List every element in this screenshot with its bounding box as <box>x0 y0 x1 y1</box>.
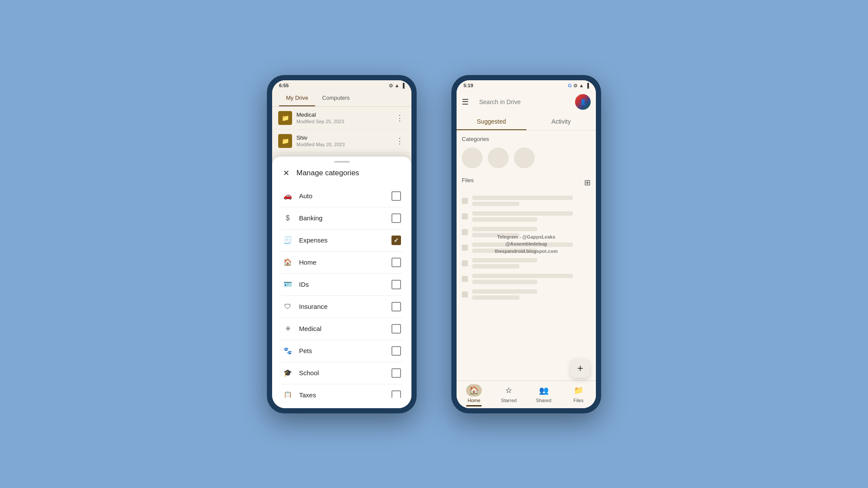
search-content: Categories Files ⊞ <box>457 131 596 380</box>
grid-view-icon[interactable]: ⊞ <box>584 178 591 187</box>
phone-1-screen: 6:55 ⊙ ▲ ▐ My Drive Computers 📁 Medical … <box>272 80 411 408</box>
category-pets[interactable]: 🐾 Pets <box>281 340 403 362</box>
cat-circle-group-3 <box>514 147 535 170</box>
category-home[interactable]: 🏠 Home <box>281 252 403 274</box>
file-name-medical: Medical <box>296 111 394 118</box>
category-banking[interactable]: $ Banking <box>281 207 403 229</box>
categories-section-label: Categories <box>462 136 591 142</box>
expenses-checkbox[interactable] <box>391 236 401 245</box>
folder-icon-medical: 📁 <box>278 111 292 125</box>
auto-label: Auto <box>299 192 391 200</box>
skel-line-3a <box>472 227 537 231</box>
battery-icon-2: ▐ <box>585 83 589 88</box>
category-auto[interactable]: 🚗 Auto <box>281 185 403 207</box>
auto-icon: 🚗 <box>283 191 293 201</box>
file-meta-medical: Modified Sep 25, 2023 <box>296 119 394 124</box>
insurance-checkbox[interactable] <box>391 302 401 311</box>
phone-2-screen: 5:19 G ⊙ ▲ ▐ ☰ Search in Drive 👤 Suggest… <box>457 80 596 408</box>
nav-starred[interactable]: ☆ Starred <box>491 384 526 406</box>
cat-circle-2 <box>488 147 509 168</box>
skeleton-row-1 <box>462 193 591 209</box>
category-ids[interactable]: 🪪 IDs <box>281 274 403 296</box>
user-avatar[interactable]: 👤 <box>575 94 591 110</box>
ids-checkbox[interactable] <box>391 280 401 289</box>
pets-icon: 🐾 <box>283 346 293 356</box>
category-insurance[interactable]: 🛡 Insurance <box>281 296 403 318</box>
banking-checkbox[interactable] <box>391 213 401 223</box>
skel-check-6 <box>462 276 468 282</box>
skel-line-3b <box>472 233 519 237</box>
tab-activity[interactable]: Activity <box>526 114 596 130</box>
hamburger-menu-icon[interactable]: ☰ <box>462 97 469 107</box>
phone-1: 6:55 ⊙ ▲ ▐ My Drive Computers 📁 Medical … <box>267 75 417 413</box>
medical-icon: ✳ <box>283 324 293 334</box>
cat-circle-3 <box>514 147 535 168</box>
pets-label: Pets <box>299 347 391 354</box>
medical-checkbox[interactable] <box>391 324 401 334</box>
file-item-shiv[interactable]: 📁 Shiv Modified May 20, 2023 ⋮ <box>272 130 411 153</box>
tab-computers[interactable]: Computers <box>315 90 357 106</box>
pets-checkbox[interactable] <box>391 346 401 356</box>
category-circles <box>462 147 591 170</box>
skel-lines-2 <box>472 211 591 222</box>
category-taxes[interactable]: 📋 Taxes <box>281 384 403 398</box>
home-checkbox[interactable] <box>391 258 401 267</box>
wifi-icon-2: ▲ <box>579 83 584 88</box>
home-nav-indicator <box>466 405 482 406</box>
skel-check-2 <box>462 213 468 219</box>
tab-my-drive[interactable]: My Drive <box>279 90 315 106</box>
skeleton-row-2 <box>462 209 591 224</box>
skeleton-row-5 <box>462 255 591 271</box>
skel-line-6a <box>472 274 573 278</box>
skel-line-1b <box>472 202 519 206</box>
sheet-title: Manage categories <box>296 169 359 177</box>
skel-lines-4 <box>472 242 591 253</box>
skel-lines-6 <box>472 274 591 284</box>
file-item-medical[interactable]: 📁 Medical Modified Sep 25, 2023 ⋮ <box>272 107 411 130</box>
shared-nav-label: Shared <box>536 398 551 403</box>
skel-line-5b <box>472 264 519 269</box>
auto-checkbox[interactable] <box>391 191 401 201</box>
status-time-2: 5:19 <box>464 83 473 88</box>
tab-suggested[interactable]: Suggested <box>457 114 526 130</box>
home-nav-icon: 🏠 <box>466 384 482 396</box>
insurance-label: Insurance <box>299 303 391 310</box>
fab-button[interactable]: + <box>571 359 590 378</box>
taxes-label: Taxes <box>299 391 391 398</box>
search-bar[interactable]: Search in Drive <box>473 94 571 110</box>
file-more-shiv[interactable]: ⋮ <box>394 134 405 147</box>
bottom-nav: 🏠 Home ☆ Starred 👥 Shared 📁 Files <box>457 380 596 408</box>
files-section-label: Files <box>462 177 473 183</box>
home-label: Home <box>299 259 391 266</box>
skel-check-5 <box>462 260 468 266</box>
banking-label: Banking <box>299 214 391 222</box>
nav-home[interactable]: 🏠 Home <box>457 384 491 406</box>
skel-check-1 <box>462 198 468 204</box>
skeleton-row-6 <box>462 271 591 287</box>
home-nav-label: Home <box>467 398 480 403</box>
school-checkbox[interactable] <box>391 368 401 378</box>
file-more-medical[interactable]: ⋮ <box>394 111 405 124</box>
skel-check-7 <box>462 291 468 298</box>
skeleton-row-7 <box>462 287 591 302</box>
skel-lines-3 <box>472 227 591 237</box>
sheet-handle <box>334 161 350 163</box>
nav-files[interactable]: 📁 Files <box>561 384 596 406</box>
skel-lines-5 <box>472 258 591 269</box>
wifi-icon: ▲ <box>395 83 399 88</box>
category-expenses[interactable]: 🧾 Expenses <box>281 229 403 252</box>
banking-icon: $ <box>283 213 293 223</box>
signal-icon: ⊙ <box>389 83 393 88</box>
status-icons-2: G ⊙ ▲ ▐ <box>568 83 589 88</box>
battery-icon: ▐ <box>401 83 404 88</box>
sheet-header: ✕ Manage categories <box>281 168 403 178</box>
nav-shared[interactable]: 👥 Shared <box>526 384 561 406</box>
taxes-checkbox[interactable] <box>391 390 401 398</box>
ids-label: IDs <box>299 281 391 288</box>
signal-icon-2: ⊙ <box>573 83 577 88</box>
category-school[interactable]: 🎓 School <box>281 362 403 384</box>
close-sheet-button[interactable]: ✕ <box>281 168 291 178</box>
category-list: 🚗 Auto $ Banking 🧾 Expenses <box>281 185 403 398</box>
category-medical[interactable]: ✳ Medical <box>281 318 403 340</box>
cat-circle-group-1 <box>462 147 483 170</box>
